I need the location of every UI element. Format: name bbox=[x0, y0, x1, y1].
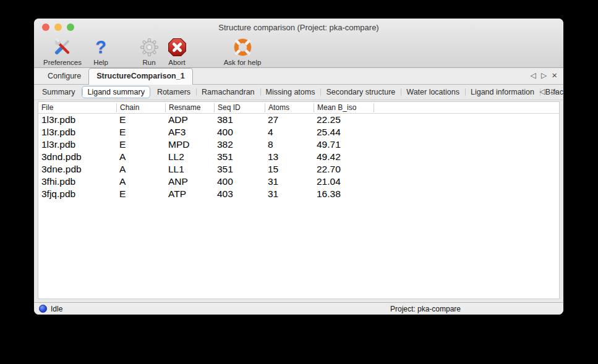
window-chrome: Structure comparison (Project: pka-compa… bbox=[34, 19, 563, 68]
cell-chain: E bbox=[116, 188, 165, 200]
toolbar-label: Run bbox=[142, 59, 155, 66]
cell-chain: E bbox=[116, 114, 165, 125]
cell-seq-id: 403 bbox=[214, 188, 265, 200]
status-bar: Idle Project: pka-compare bbox=[34, 302, 563, 315]
column-header-atoms[interactable]: Atoms bbox=[265, 103, 314, 112]
table-row[interactable]: 1l3r.pdb E AF3 400 4 25.44 bbox=[38, 126, 559, 138]
cell-atoms: 27 bbox=[265, 114, 314, 125]
tab-scroll-right-icon[interactable]: ▷ bbox=[541, 71, 547, 80]
table-row[interactable]: 3fjq.pdb E ATP 403 31 16.38 bbox=[38, 188, 559, 200]
cell-atoms: 31 bbox=[265, 176, 314, 187]
cell-atoms: 15 bbox=[265, 164, 314, 175]
tools-icon bbox=[53, 36, 72, 58]
window-title: Structure comparison (Project: pka-compa… bbox=[34, 23, 563, 32]
cell-mean-b-iso: 22.25 bbox=[314, 114, 374, 125]
toolbar-label: Ask for help bbox=[224, 59, 262, 66]
cell-chain: E bbox=[116, 139, 165, 150]
table-row[interactable]: 1l3r.pdb E ADP 381 27 22.25 bbox=[38, 114, 559, 126]
ligand-summary-table: File Chain Resname Seq ID Atoms Mean B_i… bbox=[38, 101, 560, 299]
document-tab-bar: Configure StructureComparison_1 ◁ ▷ × bbox=[34, 68, 563, 85]
result-subtab-bar: Summary Ligand summary Rotamers Ramachan… bbox=[34, 85, 563, 100]
tab-close-icon[interactable]: × bbox=[552, 71, 557, 80]
subtab-ramachandran[interactable]: Ramachandran bbox=[196, 86, 260, 98]
tab-scroll-left-icon[interactable]: ◁ bbox=[531, 71, 536, 80]
cell-seq-id: 400 bbox=[214, 127, 265, 138]
column-header-file[interactable]: File bbox=[38, 103, 116, 112]
cell-file: 3fhi.pdb bbox=[38, 176, 116, 187]
table-row[interactable]: 3fhi.pdb A ANP 400 31 21.04 bbox=[38, 176, 559, 188]
subtab-rotamers[interactable]: Rotamers bbox=[152, 86, 196, 98]
cell-atoms: 31 bbox=[265, 188, 314, 200]
cell-file: 3dne.pdb bbox=[38, 164, 116, 175]
cell-chain: A bbox=[116, 151, 165, 163]
cell-mean-b-iso: 21.04 bbox=[314, 176, 374, 187]
column-header-filler bbox=[374, 103, 559, 112]
toolbar-label: Preferences bbox=[43, 59, 82, 66]
subtab-water-locations[interactable]: Water locations bbox=[401, 86, 465, 98]
project-label: Project: pka-compare bbox=[390, 305, 461, 313]
cell-chain: E bbox=[116, 127, 165, 138]
cell-mean-b-iso: 22.70 bbox=[314, 164, 374, 175]
cell-atoms: 4 bbox=[265, 127, 314, 138]
cell-file: 3dnd.pdb bbox=[38, 151, 116, 163]
traffic-lights bbox=[42, 23, 74, 31]
cell-atoms: 8 bbox=[265, 139, 314, 150]
preferences-button[interactable]: Preferences bbox=[40, 36, 85, 66]
cell-resname: LL1 bbox=[165, 164, 214, 175]
cell-mean-b-iso: 49.42 bbox=[314, 151, 374, 163]
subtab-summary[interactable]: Summary bbox=[36, 86, 80, 98]
toolbar: Preferences ? Help bbox=[34, 36, 563, 67]
abort-button[interactable]: Abort bbox=[163, 36, 190, 66]
subtab-ligand-summary[interactable]: Ligand summary bbox=[82, 86, 150, 98]
cell-file: 1l3r.pdb bbox=[38, 139, 116, 150]
table-row[interactable]: 1l3r.pdb E MPD 382 8 49.71 bbox=[38, 138, 559, 151]
cell-seq-id: 381 bbox=[214, 114, 265, 125]
table-header-row: File Chain Resname Seq ID Atoms Mean B_i… bbox=[38, 102, 559, 114]
cell-chain: A bbox=[116, 164, 165, 175]
cell-seq-id: 400 bbox=[214, 176, 265, 187]
cell-file: 1l3r.pdb bbox=[38, 114, 116, 125]
run-button[interactable]: Run bbox=[138, 36, 160, 66]
ask-for-help-button[interactable]: Ask for help bbox=[220, 36, 265, 66]
tab-configure[interactable]: Configure bbox=[40, 69, 88, 84]
cell-resname: LL2 bbox=[165, 151, 214, 163]
close-window-button[interactable] bbox=[42, 23, 49, 31]
cell-file: 1l3r.pdb bbox=[38, 127, 116, 138]
subtab-scroll-left-icon[interactable]: ◁ bbox=[540, 87, 545, 96]
column-header-seq-id[interactable]: Seq ID bbox=[214, 103, 265, 112]
gear-icon bbox=[140, 36, 159, 58]
subtab-scroll-right-icon[interactable]: ▷ bbox=[552, 87, 557, 96]
cell-seq-id: 382 bbox=[214, 139, 265, 150]
cell-chain: A bbox=[116, 176, 165, 187]
cell-file: 3fjq.pdb bbox=[38, 188, 116, 200]
cell-seq-id: 351 bbox=[214, 164, 265, 175]
content-area: File Chain Resname Seq ID Atoms Mean B_i… bbox=[34, 100, 563, 302]
cell-mean-b-iso: 49.71 bbox=[314, 139, 374, 150]
lifebuoy-icon bbox=[233, 36, 252, 58]
zoom-window-button[interactable] bbox=[67, 23, 74, 31]
subtab-ligand-information[interactable]: Ligand information bbox=[465, 86, 540, 98]
column-header-resname[interactable]: Resname bbox=[165, 103, 214, 112]
cell-mean-b-iso: 25.44 bbox=[314, 127, 374, 138]
titlebar[interactable]: Structure comparison (Project: pka-compa… bbox=[34, 19, 563, 36]
subtab-secondary-structure[interactable]: Secondary structure bbox=[320, 86, 401, 98]
stop-icon bbox=[168, 36, 187, 58]
cell-resname: ATP bbox=[165, 188, 214, 200]
cell-seq-id: 351 bbox=[214, 151, 265, 163]
minimize-window-button[interactable] bbox=[54, 23, 62, 31]
subtab-missing-atoms[interactable]: Missing atoms bbox=[260, 86, 321, 98]
table-row[interactable]: 3dne.pdb A LL1 351 15 22.70 bbox=[38, 163, 559, 176]
cell-resname: ANP bbox=[165, 176, 214, 187]
cell-atoms: 13 bbox=[265, 151, 314, 163]
status-led-icon bbox=[39, 305, 47, 313]
column-header-mean-b-iso[interactable]: Mean B_iso bbox=[314, 103, 374, 112]
cell-resname: AF3 bbox=[165, 127, 214, 138]
table-row[interactable]: 3dnd.pdb A LL2 351 13 49.42 bbox=[38, 151, 559, 163]
cell-resname: ADP bbox=[165, 114, 214, 125]
column-header-chain[interactable]: Chain bbox=[116, 103, 165, 112]
status-text: Idle bbox=[51, 305, 62, 313]
app-window: Structure comparison (Project: pka-compa… bbox=[34, 19, 563, 315]
tab-structurecomparison-1[interactable]: StructureComparison_1 bbox=[88, 68, 192, 85]
help-button[interactable]: ? Help bbox=[90, 36, 112, 66]
cell-mean-b-iso: 16.38 bbox=[314, 188, 374, 200]
